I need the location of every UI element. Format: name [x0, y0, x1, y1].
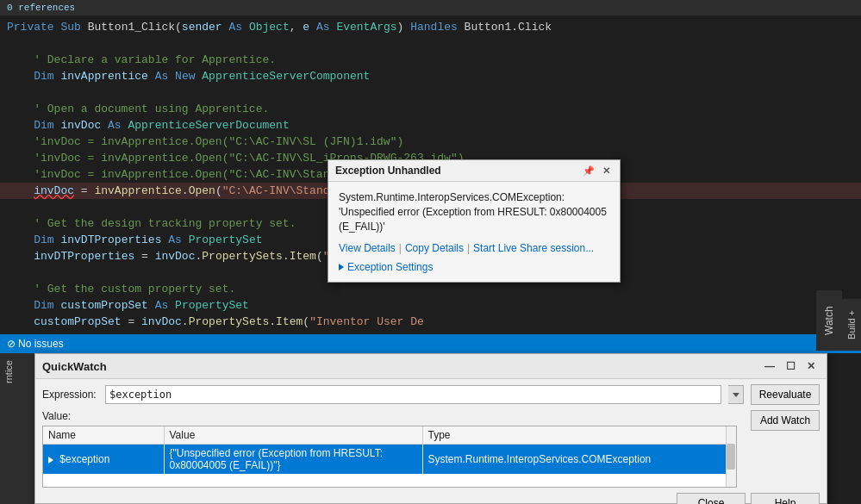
expression-label: Expression: — [42, 389, 98, 401]
copy-details-link[interactable]: Copy Details — [405, 242, 464, 254]
code-line-17: ' Get the custom property set. — [0, 281, 861, 297]
restore-button[interactable]: ☐ — [782, 358, 799, 375]
left-vertical-tabs: rntice — [0, 353, 34, 504]
cell-name: $exception — [43, 445, 164, 475]
code-line-6: ' Open a document using Apprentice. — [0, 101, 861, 117]
quickwatch-title-icons: — ☐ ✕ — [761, 358, 820, 375]
apprentice-tab[interactable]: rntice — [0, 353, 17, 390]
close-exception-button[interactable]: ✕ — [599, 164, 613, 177]
expression-input[interactable] — [105, 385, 721, 404]
pin-icon[interactable]: 📌 — [582, 164, 596, 177]
table-scrollbar-vertical[interactable] — [726, 426, 736, 487]
expand-arrow-icon — [48, 457, 53, 464]
col-header-value: Value — [164, 426, 422, 445]
references-bar: 0 references — [0, 0, 861, 16]
value-table: Name Value Type $exception — [43, 426, 736, 474]
value-label-row: Value: — [42, 410, 737, 422]
code-line-18: Dim customPropSet As PropertySet — [0, 297, 861, 314]
settings-label: Exception Settings — [347, 261, 433, 273]
cell-type: System.Runtime.InteropServices.COMExcept… — [422, 445, 736, 475]
exception-title-icons: 📌 ✕ — [582, 164, 613, 177]
add-watch-button[interactable]: Add Watch — [751, 410, 820, 431]
exception-links: View Details | Copy Details | Start Live… — [339, 242, 609, 254]
dropdown-arrow-icon — [733, 393, 739, 397]
minimize-button[interactable]: — — [761, 358, 778, 375]
side-buttons: Add Watch — [751, 410, 820, 488]
bottom-buttons-row: Close Help — [42, 493, 820, 504]
watch-label-text: Watch — [823, 306, 835, 335]
error-circle-icon: ⊘ — [7, 338, 16, 350]
close-button[interactable]: Close — [677, 493, 746, 504]
reevaluate-button[interactable]: Reevaluate — [751, 384, 820, 405]
status-bar: ⊘ No issues — [0, 334, 861, 353]
value-table-container: Name Value Type $exception — [42, 426, 737, 488]
right-panel: Build + — [842, 299, 861, 351]
quickwatch-dialog: QuickWatch — ☐ ✕ Expression: Reevaluate … — [34, 353, 827, 504]
exception-settings-btn[interactable]: Exception Settings — [339, 261, 609, 273]
exception-title: Exception Unhandled — [335, 165, 441, 177]
scrollbar-thumb — [727, 444, 735, 470]
quickwatch-body: Expression: Reevaluate Value: Name — [35, 379, 827, 504]
exception-body: System.Runtime.InteropServices.COMExcept… — [328, 182, 620, 282]
settings-triangle-icon — [339, 264, 344, 271]
exception-titlebar: Exception Unhandled 📌 ✕ — [328, 160, 620, 182]
exception-dialog: Exception Unhandled 📌 ✕ System.Runtime.I… — [328, 159, 621, 283]
col-header-type: Type — [422, 426, 736, 445]
no-issues-text: No issues — [18, 338, 64, 350]
status-left: ⊘ No issues — [7, 338, 64, 350]
code-line-blank-2 — [0, 84, 861, 101]
cell-name-text: $exception — [59, 453, 109, 465]
code-line-8: 'invDoc = invApprentice.Open("C:\AC-INV\… — [0, 134, 861, 150]
table-row[interactable]: $exception {"Unspecified error (Exceptio… — [43, 445, 736, 475]
watch-label-panel[interactable]: Watch — [816, 290, 842, 351]
exception-error-message: System.Runtime.InteropServices.COMExcept… — [339, 190, 609, 233]
expression-row: Expression: Reevaluate — [42, 384, 820, 405]
build-panel-tab[interactable]: Build + — [845, 307, 858, 343]
quickwatch-title: QuickWatch — [42, 360, 107, 373]
references-text: 0 references — [7, 3, 75, 13]
col-header-name: Name — [43, 426, 164, 445]
expression-dropdown-button[interactable] — [728, 385, 744, 404]
value-label: Value: — [42, 410, 98, 422]
quickwatch-titlebar: QuickWatch — ☐ ✕ — [35, 354, 827, 379]
close-quickwatch-button[interactable]: ✕ — [802, 358, 820, 375]
value-section-container: Value: Name Value Type — [42, 410, 820, 488]
code-line-19: customPropSet = invDoc . PropertySets . … — [0, 314, 861, 330]
code-line-7: Dim invDoc As ApprenticeServerDocument — [0, 117, 861, 134]
help-button[interactable]: Help — [751, 493, 820, 504]
live-share-link[interactable]: Start Live Share session... — [473, 242, 594, 254]
value-section: Value: Name Value Type — [42, 410, 737, 488]
code-line-blank-1 — [0, 35, 861, 52]
code-line-1: Private Sub Button1_Click( sender As Obj… — [0, 19, 861, 35]
code-line-4: Dim invApprentice As New ApprenticeServe… — [0, 68, 861, 84]
view-details-link[interactable]: View Details — [339, 242, 396, 254]
cell-value: {"Unspecified error (Exception from HRES… — [164, 445, 422, 475]
code-line-3: ' Declare a variable for Apprentice. — [0, 52, 861, 68]
